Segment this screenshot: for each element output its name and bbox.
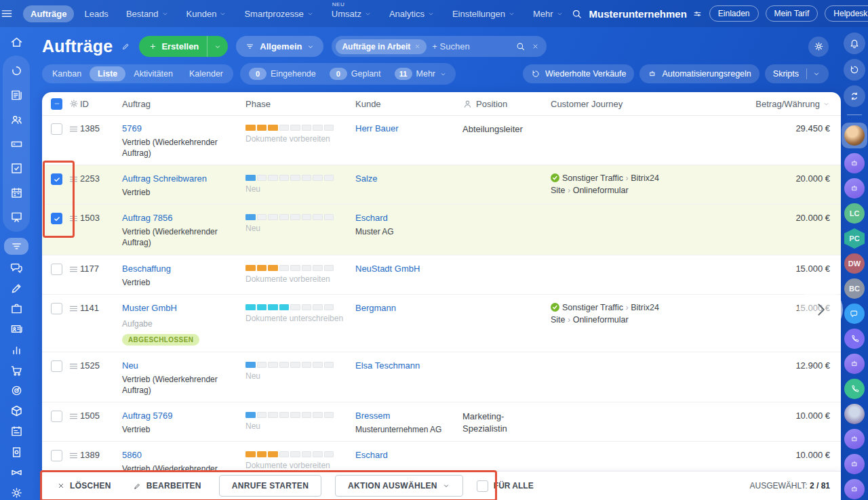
counter-eingehende[interactable]: 0Eingehende xyxy=(242,65,323,83)
avatar-lc[interactable]: LC xyxy=(844,203,865,224)
row-menu-icon[interactable] xyxy=(68,174,79,184)
next-page-button[interactable] xyxy=(798,287,843,332)
helpdesk-button[interactable]: Helpdesk xyxy=(825,5,868,22)
order-link[interactable]: Auftrag 5769 xyxy=(122,411,172,422)
tab-kalender[interactable]: Kalender xyxy=(181,66,231,81)
customer-link[interactable]: Bressem xyxy=(355,411,390,422)
tariff-button[interactable]: Mein Tarif xyxy=(766,5,818,22)
row-checkbox[interactable] xyxy=(51,360,62,372)
sidebar-cart-icon[interactable] xyxy=(5,363,28,377)
row-menu-icon[interactable] xyxy=(68,124,79,134)
row-phase-cell[interactable]: Neu xyxy=(245,211,355,233)
row-checkbox[interactable] xyxy=(51,303,62,314)
row-checkbox[interactable] xyxy=(51,411,62,422)
column-header-position[interactable]: Position xyxy=(462,99,551,109)
sidebar-tasks-icon[interactable] xyxy=(5,159,28,177)
nav-item-bestand[interactable]: Bestand xyxy=(119,5,176,22)
sidebar-case-icon[interactable] xyxy=(5,301,28,316)
bot-avatar[interactable] xyxy=(844,354,865,374)
row-menu-icon[interactable] xyxy=(68,451,79,461)
sidebar-target-icon[interactable] xyxy=(5,383,28,398)
row-menu-icon[interactable] xyxy=(68,304,79,314)
column-header-journey[interactable]: Customer Journey xyxy=(551,99,676,109)
column-header-auftrag[interactable]: Auftrag xyxy=(122,99,245,109)
row-phase-cell[interactable]: Dokumente vorbereiten xyxy=(245,262,355,284)
view-settings-button[interactable] xyxy=(808,37,829,57)
avatar-bc[interactable]: BC xyxy=(844,278,865,299)
row-phase-cell[interactable]: Dokumente unterschreiben xyxy=(245,301,355,323)
edit-button[interactable]: BEARBEITEN xyxy=(129,480,205,491)
row-phase-cell[interactable]: Dokumente vorbereiten xyxy=(245,449,355,470)
bot-avatar[interactable] xyxy=(844,153,865,173)
nav-item-umsatz[interactable]: NEUUmsatz xyxy=(324,5,379,22)
nav-item-leads[interactable]: Leads xyxy=(77,5,115,22)
nav-item-kunden[interactable]: Kunden xyxy=(179,5,235,22)
row-checkbox[interactable] xyxy=(51,450,62,461)
tab-aktivitäten[interactable]: Aktivitäten xyxy=(125,66,181,81)
start-calls-button[interactable]: ANRUFE STARTEN xyxy=(219,475,321,497)
sidebar-calendar-icon[interactable] xyxy=(5,184,28,201)
active-chat-avatar[interactable] xyxy=(842,123,867,148)
nav-item-smartprozesse[interactable]: Smartprozesse xyxy=(237,5,321,22)
chatfill-avatar[interactable] xyxy=(844,304,865,324)
clear-search-icon[interactable] xyxy=(532,43,539,50)
sidebar-pen-icon[interactable] xyxy=(5,281,28,295)
customer-link[interactable]: Eschard xyxy=(355,450,388,461)
avatar-man[interactable] xyxy=(844,125,865,146)
scripts-dropdown[interactable] xyxy=(806,68,821,79)
nav-item-einstellungen[interactable]: Einstellungen xyxy=(445,5,523,22)
row-checkbox[interactable] xyxy=(51,213,62,224)
sidebar-funnel-icon[interactable] xyxy=(4,238,28,254)
column-header-kunde[interactable]: Kunde xyxy=(355,99,462,109)
sidebar-board-icon[interactable] xyxy=(5,208,28,226)
search-filter-field[interactable]: Aufträge in Arbeit + Suchen xyxy=(332,36,547,57)
invite-button[interactable]: Einladen xyxy=(709,5,759,22)
counter-mehr[interactable]: 11Mehr xyxy=(388,65,454,83)
row-phase-cell[interactable]: Dokumente vorbereiten xyxy=(245,122,355,144)
row-checkbox[interactable] xyxy=(51,123,62,135)
sync-icon[interactable] xyxy=(844,85,865,107)
column-header-phase[interactable]: Phase xyxy=(245,99,355,109)
for-all-checkbox[interactable]: FÜR ALLE xyxy=(477,480,534,492)
search-icon[interactable] xyxy=(515,41,526,51)
phone-avatar[interactable] xyxy=(844,329,865,349)
row-phase-cell[interactable]: Neu xyxy=(245,409,355,431)
column-header-betrag[interactable]: Betrag/Währung xyxy=(676,99,841,109)
nav-item-mehr[interactable]: Mehr xyxy=(526,5,571,22)
nav-item-analytics[interactable]: Analytics xyxy=(382,5,442,22)
sidebar-news-icon[interactable] xyxy=(5,86,28,104)
order-link[interactable]: 5769 xyxy=(122,123,142,135)
row-checkbox[interactable] xyxy=(51,173,62,185)
bot-avatar[interactable] xyxy=(844,454,865,474)
sidebar-chart-icon[interactable] xyxy=(5,342,28,356)
grid-settings-icon[interactable] xyxy=(68,98,79,109)
tab-liste[interactable]: Liste xyxy=(90,66,125,81)
column-header-id[interactable]: ID xyxy=(80,99,122,109)
edit-title-icon[interactable] xyxy=(121,41,131,51)
row-checkbox[interactable] xyxy=(51,264,62,275)
main-menu-icon[interactable] xyxy=(0,7,14,20)
order-link[interactable]: Neu xyxy=(122,360,138,372)
sidebar-device-icon[interactable] xyxy=(5,444,28,459)
sidebar-schedule-icon[interactable] xyxy=(5,424,28,438)
row-menu-icon[interactable] xyxy=(68,411,79,421)
row-menu-icon[interactable] xyxy=(68,264,79,274)
create-dropdown[interactable] xyxy=(207,36,228,57)
recurring-icon[interactable] xyxy=(844,59,865,81)
customer-link[interactable]: Elsa Teschmann xyxy=(355,360,420,372)
customer-link[interactable]: Eschard xyxy=(355,213,388,224)
automation-rules-button[interactable]: Automatisierungsregeln xyxy=(639,64,759,83)
row-menu-icon[interactable] xyxy=(68,213,79,224)
order-link[interactable]: Auftrag 7856 xyxy=(122,213,172,224)
bot-avatar[interactable] xyxy=(844,178,865,199)
bot-avatar[interactable] xyxy=(844,429,865,449)
choose-action-dropdown[interactable]: AKTION AUSWÄHLEN xyxy=(335,475,463,497)
sidebar-home-icon[interactable] xyxy=(5,35,28,49)
row-phase-cell[interactable]: Neu xyxy=(245,359,355,381)
repeat-sales-button[interactable]: Wiederholte Verkäufe xyxy=(523,64,635,83)
bot-avatar[interactable] xyxy=(844,479,865,499)
sidebar-chat-icon[interactable] xyxy=(5,261,28,275)
row-phase-cell[interactable]: Neu xyxy=(245,172,355,194)
avatar-cat[interactable] xyxy=(844,404,865,424)
avatar-pc[interactable]: PC xyxy=(844,228,865,249)
